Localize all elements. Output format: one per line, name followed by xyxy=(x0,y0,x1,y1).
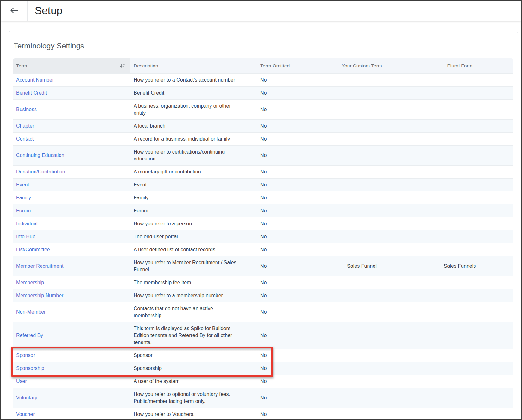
column-header-description: Description xyxy=(130,58,257,73)
term-link[interactable]: Family xyxy=(16,195,31,200)
table-row: UserA user of the systemNo xyxy=(13,375,513,388)
back-arrow-icon xyxy=(10,7,19,15)
term-cell: Member Recruitment xyxy=(13,256,130,276)
term-link[interactable]: Referred By xyxy=(16,333,43,338)
panel-heading: Terminology Settings xyxy=(14,41,513,50)
plural-form-cell xyxy=(406,230,513,243)
plural-form-cell: Sales Funnels xyxy=(406,256,513,276)
term-link[interactable]: Non-Member xyxy=(16,309,46,315)
term-cell: User xyxy=(13,375,130,388)
term-link[interactable]: Chapter xyxy=(16,123,34,129)
description-cell: How you refer to Vouchers. xyxy=(130,408,257,420)
term-cell: Donation/Contribution xyxy=(13,166,130,179)
term-link[interactable]: User xyxy=(16,379,27,384)
term-cell: Account Number xyxy=(13,73,130,87)
column-header-term-label: Term xyxy=(16,62,27,69)
description-cell: How you refer to optional or voluntary f… xyxy=(130,388,257,408)
custom-term-cell xyxy=(317,375,406,388)
plural-form-cell xyxy=(406,100,513,120)
term-link[interactable]: Benefit Credit xyxy=(16,90,47,96)
custom-term-cell xyxy=(317,302,406,322)
term-link[interactable]: Member Recruitment xyxy=(16,263,63,269)
custom-term-cell xyxy=(317,276,406,289)
term-link[interactable]: Voluntary xyxy=(16,395,37,400)
custom-term-cell xyxy=(317,146,406,166)
description-cell: Forum xyxy=(130,204,257,217)
custom-term-cell xyxy=(317,73,406,87)
custom-term-cell xyxy=(317,120,406,133)
term-cell: Family xyxy=(13,191,130,204)
plural-form-cell xyxy=(406,146,513,166)
description-cell: A monetary gift or contribution xyxy=(130,166,257,179)
content-area: Terminology Settings T xyxy=(1,21,521,420)
term-omitted-cell: No xyxy=(257,230,317,243)
term-omitted-cell: No xyxy=(257,87,317,100)
table-row: Continuing EducationHow you refer to cer… xyxy=(13,146,513,166)
term-link[interactable]: Business xyxy=(16,107,37,112)
column-header-plural-form: Plural Form xyxy=(406,58,513,73)
term-omitted-cell: No xyxy=(257,302,317,322)
plural-form-cell xyxy=(406,289,513,302)
custom-term-cell xyxy=(317,204,406,217)
plural-form-cell xyxy=(406,243,513,256)
plural-form-cell xyxy=(406,87,513,100)
plural-form-cell xyxy=(406,302,513,322)
term-link[interactable]: Continuing Education xyxy=(16,153,64,158)
term-link[interactable]: Info Hub xyxy=(16,234,35,239)
term-link[interactable]: Event xyxy=(16,182,29,187)
table-row: MembershipThe membership fee itemNo xyxy=(13,276,513,289)
sort-descending-icon[interactable] xyxy=(120,64,125,68)
plural-form-cell xyxy=(406,191,513,204)
term-link[interactable]: Contact xyxy=(16,136,34,141)
plural-form-cell xyxy=(406,73,513,87)
table-row: BusinessA business, organization, compan… xyxy=(13,100,513,120)
term-link[interactable]: Membership xyxy=(16,280,44,285)
term-link[interactable]: Sponsorship xyxy=(16,366,44,371)
plural-form-cell xyxy=(406,217,513,230)
table-row: SponsorSponsorNo xyxy=(13,349,513,362)
term-link[interactable]: Individual xyxy=(16,221,38,226)
term-cell: Membership xyxy=(13,276,130,289)
term-link[interactable]: Account Number xyxy=(16,77,54,83)
term-link[interactable]: Donation/Contribution xyxy=(16,169,65,174)
term-link[interactable]: List/Committee xyxy=(16,247,50,252)
custom-term-cell xyxy=(317,217,406,230)
terminology-table: Term Description xyxy=(13,58,513,420)
custom-term-cell xyxy=(317,408,406,420)
custom-term-cell xyxy=(317,166,406,179)
description-cell: Sponsor xyxy=(130,349,257,362)
custom-term-cell xyxy=(317,87,406,100)
custom-term-cell xyxy=(317,349,406,362)
term-link[interactable]: Voucher xyxy=(16,411,35,417)
description-cell: How you refer to a Contact's account num… xyxy=(130,73,257,87)
plural-form-cell xyxy=(406,322,513,349)
table-row: VoluntaryHow you refer to optional or vo… xyxy=(13,388,513,408)
back-button[interactable] xyxy=(1,1,27,21)
plural-form-cell xyxy=(406,179,513,191)
custom-term-cell xyxy=(317,179,406,191)
term-omitted-cell: No xyxy=(257,388,317,408)
term-omitted-cell: No xyxy=(257,191,317,204)
term-cell: Voucher xyxy=(13,408,130,420)
table-row: VoucherHow you refer to Vouchers.No xyxy=(13,408,513,420)
term-omitted-cell: No xyxy=(257,120,317,133)
term-link[interactable]: Membership Number xyxy=(16,293,63,298)
custom-term-cell xyxy=(317,133,406,146)
top-bar: Setup xyxy=(1,1,521,21)
term-cell: Voluntary xyxy=(13,388,130,408)
term-link[interactable]: Forum xyxy=(16,208,31,213)
table-row: IndividualHow you refer to a personNo xyxy=(13,217,513,230)
term-omitted-cell: No xyxy=(257,375,317,388)
term-link[interactable]: Sponsor xyxy=(16,353,35,358)
description-cell: How you refer to Member Recruitment / Sa… xyxy=(130,256,257,276)
term-omitted-cell: No xyxy=(257,276,317,289)
column-header-term[interactable]: Term xyxy=(13,58,130,73)
description-cell: Sponsorship xyxy=(130,362,257,375)
term-omitted-cell: No xyxy=(257,349,317,362)
table-row: ChapterA local branchNo xyxy=(13,120,513,133)
plural-form-cell xyxy=(406,166,513,179)
plural-form-cell xyxy=(406,349,513,362)
description-cell: Event xyxy=(130,179,257,191)
term-cell: List/Committee xyxy=(13,243,130,256)
table-row: Member RecruitmentHow you refer to Membe… xyxy=(13,256,513,276)
